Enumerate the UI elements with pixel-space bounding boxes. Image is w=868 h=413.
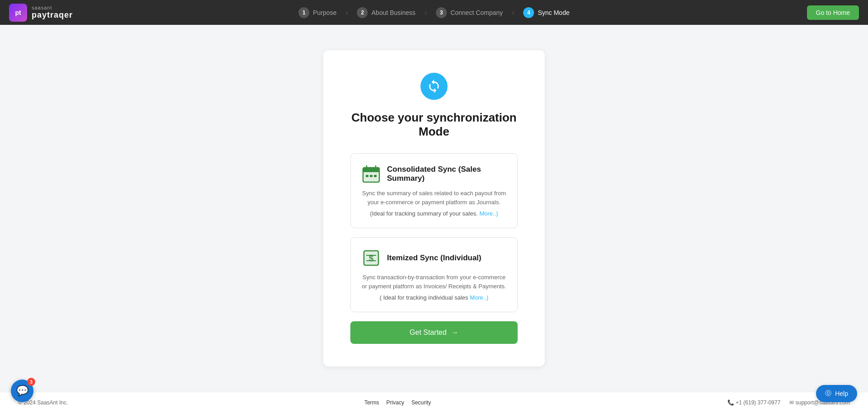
itemized-option-header: $ Itemized Sync (Individual) <box>362 249 506 268</box>
brand-paytraqer: paytraqer <box>32 10 73 20</box>
step-circle-3: 3 <box>436 7 447 18</box>
get-started-button[interactable]: Get Started → <box>350 321 518 344</box>
header: pt saasant paytraqer 1 Purpose › 2 About… <box>0 0 868 25</box>
step-label-about: About Business <box>372 9 415 16</box>
brand-saasant: saasant <box>32 5 73 10</box>
page-title: Choose your synchronization Mode <box>350 111 518 139</box>
help-button[interactable]: ⓪ Help <box>816 385 857 402</box>
step-label-purpose: Purpose <box>313 9 336 16</box>
step-label-sync: Sync Mode <box>538 9 570 16</box>
chat-badge: 3 <box>27 378 35 386</box>
footer-phone: 📞 +1 (619) 377-0977 <box>727 399 780 406</box>
consolidated-description: Sync the summary of sales related to eac… <box>362 189 506 206</box>
step-circle-2: 2 <box>357 7 368 18</box>
footer-terms-link[interactable]: Terms <box>364 399 379 406</box>
footer-privacy-link[interactable]: Privacy <box>387 399 404 406</box>
chat-icon: 💬 <box>16 385 28 397</box>
itemized-sync-option[interactable]: $ Itemized Sync (Individual) Sync transa… <box>350 237 518 312</box>
arrow-right-icon: → <box>451 329 458 337</box>
itemized-more-link[interactable]: More..) <box>470 294 488 301</box>
dollar-icon: $ <box>362 249 381 268</box>
footer: © 2024 SaasAnt Inc. Terms Privacy Securi… <box>0 392 868 413</box>
calendar-icon <box>362 164 381 183</box>
sync-icon <box>420 73 448 100</box>
step-label-connect: Connect Company <box>450 9 503 16</box>
chat-button[interactable]: 💬 3 <box>11 380 33 402</box>
steps-nav: 1 Purpose › 2 About Business › 3 Connect… <box>289 7 578 18</box>
itemized-title: Itemized Sync (Individual) <box>387 253 481 263</box>
sync-mode-card: Choose your synchronization Mode <box>323 50 545 366</box>
go-home-button[interactable]: Go to Home <box>807 5 859 20</box>
itemized-ideal: ( Ideal for tracking individual sales Mo… <box>362 294 506 301</box>
step-purpose: 1 Purpose <box>289 7 345 18</box>
svg-rect-6 <box>370 175 373 177</box>
step-circle-4: 4 <box>524 7 534 18</box>
consolidated-sync-option[interactable]: Consolidated Sync (Sales Summary) Sync t… <box>350 153 518 228</box>
step-connect-company: 3 Connect Company <box>427 7 512 18</box>
consolidated-title: Consolidated Sync (Sales Summary) <box>387 165 506 183</box>
svg-rect-5 <box>366 175 368 177</box>
help-icon: ⓪ <box>825 390 831 398</box>
logo-text: saasant paytraqer <box>32 5 73 20</box>
step-sync-mode: 4 Sync Mode <box>514 7 579 18</box>
sync-icon-container <box>350 73 518 100</box>
consolidated-option-header: Consolidated Sync (Sales Summary) <box>362 164 506 183</box>
main-content: Choose your synchronization Mode <box>0 25 868 392</box>
footer-security-link[interactable]: Security <box>411 399 431 406</box>
logo-icon: pt <box>9 4 27 22</box>
svg-rect-2 <box>363 168 379 172</box>
consolidated-more-link[interactable]: More..) <box>479 210 498 217</box>
consolidated-ideal: (Ideal for tracking summary of your sale… <box>362 210 506 217</box>
step-circle-1: 1 <box>298 7 309 18</box>
footer-links: Terms Privacy Security <box>364 399 431 406</box>
svg-rect-7 <box>374 175 377 177</box>
itemized-description: Sync transaction-by-transaction from you… <box>362 273 506 291</box>
logo-area: pt saasant paytraqer <box>9 4 73 22</box>
step-about-business: 2 About Business <box>348 7 425 18</box>
